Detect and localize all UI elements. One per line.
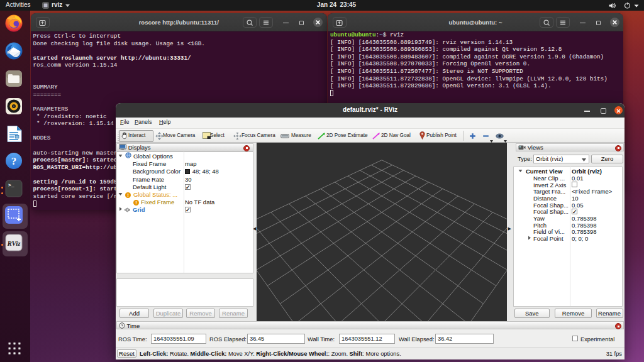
svg-text:>_: >_ xyxy=(8,182,14,188)
svg-text:?: ? xyxy=(11,155,17,167)
svg-text:RViz: RViz xyxy=(6,239,21,247)
